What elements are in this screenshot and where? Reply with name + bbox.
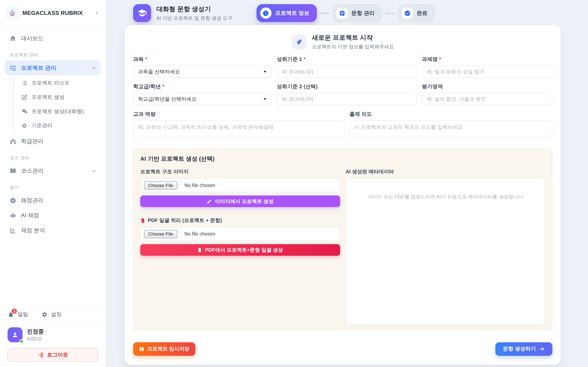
list-check-icon bbox=[9, 64, 17, 71]
pencil-icon bbox=[207, 199, 212, 204]
sidebar-item-label: 채점관리 bbox=[21, 197, 43, 204]
choose-file-button[interactable]: Choose File bbox=[144, 181, 177, 189]
check-circle-icon bbox=[9, 197, 17, 204]
step-connector bbox=[320, 13, 330, 14]
field-intent: 출제 의도 bbox=[350, 111, 553, 140]
task-name-input[interactable] bbox=[422, 66, 552, 78]
field-standard2: 성취기준 2 (선택) bbox=[277, 83, 417, 105]
generate-questions-button[interactable]: 문항 생성하기 bbox=[495, 342, 553, 356]
person-icon bbox=[11, 331, 19, 339]
file-status-text: No file chosen bbox=[181, 182, 215, 189]
required-mark: * bbox=[439, 56, 441, 63]
sidebar-item-grading-management[interactable]: 채점관리 bbox=[5, 193, 101, 208]
hero: 새로운 프로젝트 시작 프로젝트의 기본 정보를 입력해주세요 bbox=[133, 33, 552, 50]
page-subtitle: AI 기반 프로젝트 및 문항 생성 도구 bbox=[156, 15, 233, 22]
eval-area-label: 평가영역 bbox=[422, 83, 443, 90]
save-draft-button[interactable]: 프로젝트 임시저장 bbox=[133, 342, 195, 356]
sidebar-item-label: 채점 분석 bbox=[21, 227, 45, 234]
competency-label: 교과 역량 bbox=[133, 111, 156, 118]
competency-textarea[interactable] bbox=[133, 120, 345, 138]
sidebar: MEGACLASS RUBRIX 대시보드 프로젝트 관리 프로젝트 관리 bbox=[0, 0, 106, 367]
subject-select[interactable]: 과목을 선택하세요 bbox=[133, 66, 272, 78]
pdf-file-input[interactable]: Choose File No file chosen bbox=[140, 227, 340, 241]
intent-label: 출제 의도 bbox=[350, 111, 372, 118]
school-icon bbox=[9, 138, 17, 145]
gear-icon bbox=[41, 311, 48, 318]
form-grid: 과목* 과목을 선택하세요 성취기준 1* 과제명* 학교급/학년* bbox=[133, 56, 552, 105]
sidebar-item-ai-grading[interactable]: AI 채점 bbox=[5, 208, 101, 223]
ai-panel-title: AI 기반 프로젝트 생성 (선택) bbox=[140, 155, 545, 163]
step-label: 프로젝트 정보 bbox=[275, 9, 309, 17]
page-title: 대화형 문항 생성기 bbox=[156, 5, 233, 13]
avatar bbox=[8, 327, 22, 342]
metadata-placeholder-text: 이미지 또는 PDF를 업로드하면 AI가 자동으로 메타데이터를 생성합니다 bbox=[368, 194, 523, 200]
sidebar-item-project-create[interactable]: 프로젝트 생성 bbox=[17, 90, 101, 105]
field-eval-area: 평가영역 bbox=[422, 83, 552, 105]
select-caret-icon bbox=[263, 97, 267, 101]
step-question-management[interactable]: 문항 관리 bbox=[333, 4, 382, 22]
sidebar-item-label: 프로젝트 생성 bbox=[31, 94, 64, 101]
sidebar-item-label: 학급관리 bbox=[21, 138, 43, 145]
standard1-input[interactable] bbox=[277, 66, 417, 78]
field-subject: 과목* 과목을 선택하세요 bbox=[133, 56, 272, 78]
main-area: 대화형 문항 생성기 AI 기반 프로젝트 및 문항 생성 도구 프로젝트 정보… bbox=[106, 0, 588, 367]
step-project-info[interactable]: 프로젝트 정보 bbox=[256, 4, 317, 22]
check-icon bbox=[402, 8, 413, 19]
textarea-grid: 교과 역량 출제 의도 bbox=[133, 111, 552, 140]
required-mark: * bbox=[145, 56, 147, 63]
settings-label: 설정 bbox=[51, 311, 61, 318]
sidebar-item-label: AI 채점 bbox=[21, 212, 39, 219]
sidebar-item-label: 프로젝트 관리 bbox=[21, 64, 56, 71]
sidebar-nav: 대시보드 프로젝트 관리 프로젝트 관리 프로젝트 리스트 bbox=[0, 26, 106, 306]
notifications-link[interactable]: 3 알림 bbox=[8, 311, 28, 318]
eval-area-input[interactable] bbox=[422, 93, 552, 105]
sidebar-item-project-create-chat[interactable]: 프로젝트 생성(대화형) bbox=[17, 104, 101, 119]
logout-button[interactable]: 로그아웃 bbox=[8, 348, 98, 362]
metadata-label: AI 생성된 메타데이터 bbox=[346, 169, 394, 175]
required-mark: * bbox=[303, 56, 306, 63]
required-mark: * bbox=[162, 83, 164, 90]
wizard-steps: 프로젝트 정보 문항 관리 완료 bbox=[256, 4, 435, 22]
logout-icon bbox=[38, 352, 44, 358]
ai-generation-panel: AI 기반 프로젝트 생성 (선택) 프로젝트 구조 이미지 Choose Fi… bbox=[133, 149, 552, 331]
intent-textarea[interactable] bbox=[350, 120, 553, 138]
sidebar-item-project-management[interactable]: 프로젝트 관리 bbox=[5, 60, 101, 75]
sidebar-header: MEGACLASS RUBRIX bbox=[0, 0, 106, 26]
logout-label: 로그아웃 bbox=[47, 351, 68, 358]
edit-icon bbox=[21, 94, 27, 100]
user-name: 진정중 bbox=[27, 328, 44, 335]
step-label: 완료 bbox=[417, 9, 428, 17]
generate-from-pdf-button[interactable]: PDF에서 프로젝트+문항 일괄 생성 bbox=[140, 244, 340, 256]
field-standard1: 성취기준 1* bbox=[277, 56, 417, 78]
file-status-text: No file chosen bbox=[181, 230, 215, 238]
image-file-input[interactable]: Choose File No file chosen bbox=[140, 178, 340, 192]
sidebar-item-project-list[interactable]: 프로젝트 리스트 bbox=[17, 76, 101, 90]
project-form-card: 새로운 프로젝트 시작 프로젝트의 기본 정보를 입력해주세요 과목* 과목을 … bbox=[125, 25, 561, 365]
settings-link[interactable]: 설정 bbox=[41, 311, 61, 318]
sidebar-item-class-management[interactable]: 학급관리 bbox=[5, 134, 101, 149]
step-label: 문항 관리 bbox=[351, 9, 375, 17]
chevron-up-icon bbox=[91, 66, 96, 70]
generate-from-image-button[interactable]: 이미지에서 프로젝트 생성 bbox=[140, 196, 340, 207]
sidebar-collapse-button[interactable] bbox=[95, 10, 100, 16]
brand-name: MEGACLASS RUBRIX bbox=[22, 10, 91, 16]
select-caret-icon bbox=[263, 70, 267, 74]
pdf-batch-label: PDF 일괄 처리 (프로젝트 + 문항) bbox=[148, 217, 222, 224]
sidebar-item-criteria-management[interactable]: 기준관리 bbox=[17, 119, 101, 133]
chat-bubbles-icon bbox=[21, 109, 27, 115]
school-grade-label: 학교급/학년 bbox=[133, 83, 161, 90]
sidebar-item-grading-analysis[interactable]: 채점 분석 bbox=[5, 223, 101, 238]
ai-panel-right: AI 생성된 메타데이터 이미지 또는 PDF를 업로드하면 AI가 자동으로 … bbox=[346, 169, 545, 324]
hero-title: 새로운 프로젝트 시작 bbox=[312, 33, 394, 42]
image-upload-label: 프로젝트 구조 이미지 bbox=[140, 169, 189, 175]
gear-icon bbox=[21, 123, 27, 129]
sidebar-item-course-management[interactable]: 코스관리 bbox=[5, 163, 101, 178]
save-icon bbox=[139, 346, 144, 352]
school-grade-select[interactable]: 학교급/학년을 선택하세요 bbox=[133, 93, 272, 105]
app-root: MEGACLASS RUBRIX 대시보드 프로젝트 관리 프로젝트 관리 bbox=[0, 0, 588, 367]
sidebar-item-dashboard[interactable]: 대시보드 bbox=[5, 31, 101, 46]
choose-file-button[interactable]: Choose File bbox=[144, 230, 177, 238]
step-complete[interactable]: 완료 bbox=[398, 4, 435, 22]
standard2-input[interactable] bbox=[277, 93, 417, 105]
arrow-right-icon bbox=[539, 346, 545, 352]
